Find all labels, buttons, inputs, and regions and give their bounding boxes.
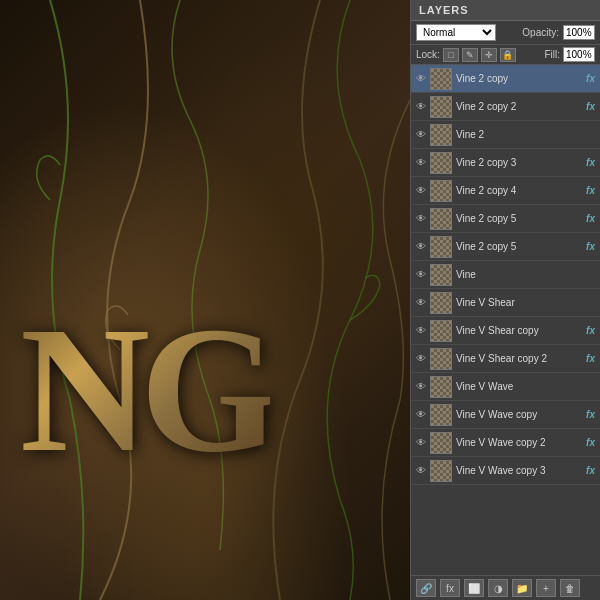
layers-list: 👁Vine 2 copyfx👁Vine 2 copy 2fx👁Vine 2👁Vi… [411, 65, 600, 575]
layer-thumbnail [430, 320, 452, 342]
layer-thumbnail [430, 348, 452, 370]
layer-row[interactable]: 👁Vine V Wave [411, 373, 600, 401]
layer-name: Vine V Wave copy 2 [454, 437, 584, 448]
layer-name: Vine [454, 269, 597, 280]
layer-visibility-icon[interactable]: 👁 [414, 212, 428, 226]
layer-thumbnail [430, 432, 452, 454]
layer-thumbnail [430, 68, 452, 90]
lock-all-btn[interactable]: 🔒 [500, 48, 516, 62]
layer-row[interactable]: 👁Vine [411, 261, 600, 289]
layer-thumbnail [430, 208, 452, 230]
layer-visibility-icon[interactable]: 👁 [414, 268, 428, 282]
layer-fx-indicator: fx [586, 185, 597, 196]
layer-name: Vine 2 copy 2 [454, 101, 584, 112]
layer-row[interactable]: 👁Vine 2 copy 5fx [411, 233, 600, 261]
layer-fx-button[interactable]: fx [440, 579, 460, 597]
layer-thumbnail [430, 236, 452, 258]
new-group-button[interactable]: 📁 [512, 579, 532, 597]
layer-visibility-icon[interactable]: 👁 [414, 324, 428, 338]
layer-fx-indicator: fx [586, 73, 597, 84]
layer-row[interactable]: 👁Vine 2 copy 2fx [411, 93, 600, 121]
layer-thumbnail [430, 264, 452, 286]
fill-input[interactable] [563, 47, 595, 62]
layers-panel-title: LAYERS [411, 0, 600, 21]
layer-visibility-icon[interactable]: 👁 [414, 184, 428, 198]
canvas-area: NG [0, 0, 410, 600]
layers-bottom-toolbar: 🔗 fx ⬜ ◑ 📁 + 🗑 [411, 575, 600, 600]
layer-visibility-icon[interactable]: 👁 [414, 380, 428, 394]
blend-mode-select[interactable]: Normal Multiply Screen Overlay [416, 24, 496, 41]
layer-thumbnail [430, 404, 452, 426]
layer-name: Vine V Shear copy 2 [454, 353, 584, 364]
layer-row[interactable]: 👁Vine V Shear [411, 289, 600, 317]
layer-row[interactable]: 👁Vine V Shear copyfx [411, 317, 600, 345]
add-mask-button[interactable]: ⬜ [464, 579, 484, 597]
layer-name: Vine V Wave copy 3 [454, 465, 584, 476]
layer-row[interactable]: 👁Vine 2 copyfx [411, 65, 600, 93]
layer-thumbnail [430, 180, 452, 202]
layer-row[interactable]: 👁Vine V Shear copy 2fx [411, 345, 600, 373]
layer-fx-indicator: fx [586, 157, 597, 168]
layer-name: Vine V Shear [454, 297, 597, 308]
layer-name: Vine 2 copy [454, 73, 584, 84]
lock-position-btn[interactable]: ✛ [481, 48, 497, 62]
layer-visibility-icon[interactable]: 👁 [414, 352, 428, 366]
layer-name: Vine V Shear copy [454, 325, 584, 336]
lock-label: Lock: [416, 49, 440, 60]
layer-visibility-icon[interactable]: 👁 [414, 128, 428, 142]
layer-row[interactable]: 👁Vine V Wave copy 2fx [411, 429, 600, 457]
layer-fx-indicator: fx [586, 465, 597, 476]
layer-row[interactable]: 👁Vine 2 [411, 121, 600, 149]
layer-row[interactable]: 👁Vine V Wave copyfx [411, 401, 600, 429]
canvas-text: NG [20, 300, 270, 480]
layer-thumbnail [430, 124, 452, 146]
blend-mode-row: Normal Multiply Screen Overlay Opacity: [411, 21, 600, 45]
layer-row[interactable]: 👁Vine 2 copy 4fx [411, 177, 600, 205]
layer-visibility-icon[interactable]: 👁 [414, 436, 428, 450]
layer-thumbnail [430, 152, 452, 174]
layer-name: Vine 2 copy 3 [454, 157, 584, 168]
layer-fx-indicator: fx [586, 353, 597, 364]
layer-name: Vine V Wave copy [454, 409, 584, 420]
layer-name: Vine 2 copy 5 [454, 213, 584, 224]
opacity-input[interactable] [563, 25, 595, 40]
layer-name: Vine 2 [454, 129, 597, 140]
layer-thumbnail [430, 292, 452, 314]
canvas-image: NG [0, 0, 410, 600]
layer-thumbnail [430, 460, 452, 482]
layer-fx-indicator: fx [586, 409, 597, 420]
layer-visibility-icon[interactable]: 👁 [414, 464, 428, 478]
opacity-label: Opacity: [522, 27, 559, 38]
lock-row: Lock: □ ✎ ✛ 🔒 Fill: [411, 45, 600, 65]
layer-row[interactable]: 👁Vine 2 copy 3fx [411, 149, 600, 177]
layer-visibility-icon[interactable]: 👁 [414, 72, 428, 86]
layer-fx-indicator: fx [586, 101, 597, 112]
layer-visibility-icon[interactable]: 👁 [414, 296, 428, 310]
layer-thumbnail [430, 96, 452, 118]
link-layers-button[interactable]: 🔗 [416, 579, 436, 597]
layer-name: Vine 2 copy 5 [454, 241, 584, 252]
layer-visibility-icon[interactable]: 👁 [414, 100, 428, 114]
fill-label: Fill: [544, 49, 560, 60]
new-layer-button[interactable]: + [536, 579, 556, 597]
layer-row[interactable]: 👁Vine 2 copy 5fx [411, 205, 600, 233]
layer-visibility-icon[interactable]: 👁 [414, 408, 428, 422]
layer-name: Vine 2 copy 4 [454, 185, 584, 196]
lock-icons: □ ✎ ✛ 🔒 [443, 48, 516, 62]
layer-row[interactable]: 👁Vine V Wave copy 3fx [411, 457, 600, 485]
layer-fx-indicator: fx [586, 325, 597, 336]
layer-visibility-icon[interactable]: 👁 [414, 240, 428, 254]
delete-layer-button[interactable]: 🗑 [560, 579, 580, 597]
layer-name: Vine V Wave [454, 381, 597, 392]
layer-thumbnail [430, 376, 452, 398]
main-container: NG LAYERS Normal Multiply Screen Overlay… [0, 0, 600, 600]
layers-panel: LAYERS Normal Multiply Screen Overlay Op… [410, 0, 600, 600]
lock-image-btn[interactable]: ✎ [462, 48, 478, 62]
layer-fx-indicator: fx [586, 437, 597, 448]
adjustment-button[interactable]: ◑ [488, 579, 508, 597]
lock-transparent-btn[interactable]: □ [443, 48, 459, 62]
layer-fx-indicator: fx [586, 241, 597, 252]
layer-visibility-icon[interactable]: 👁 [414, 156, 428, 170]
layer-fx-indicator: fx [586, 213, 597, 224]
